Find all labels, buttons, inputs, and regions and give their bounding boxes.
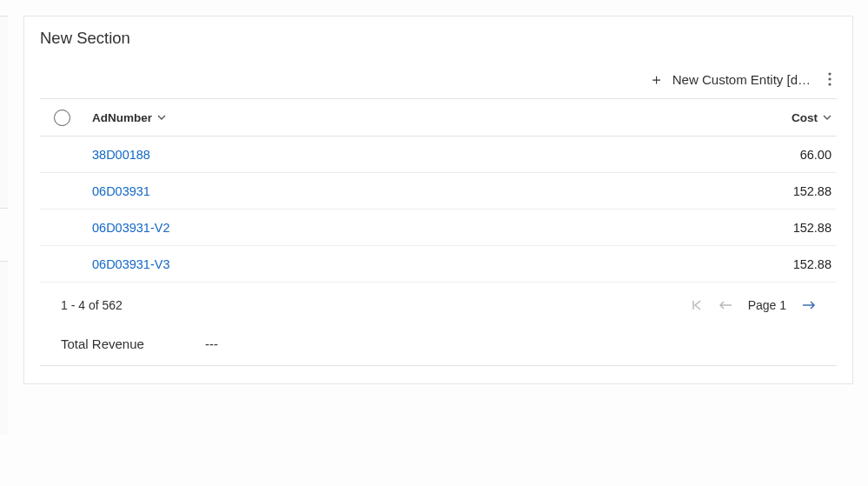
cost-cell: 152.88 (741, 184, 837, 198)
pager-controls: Page 1 (691, 298, 816, 312)
grid-header-row: AdNumber Cost (40, 98, 837, 136)
adnumber-link[interactable]: 38D00188 (92, 148, 150, 162)
adnumber-link[interactable]: 06D03931 (92, 184, 150, 198)
left-edge-panel-2 (0, 261, 8, 435)
arrow-left-icon (719, 299, 732, 311)
adnumber-cell: 06D03931-V3 (92, 257, 741, 271)
new-custom-entity-label: New Custom Entity [d… (673, 72, 811, 87)
chevron-down-icon (157, 113, 166, 122)
total-revenue-value: --- (205, 336, 218, 351)
next-page-button[interactable] (802, 299, 816, 311)
section-title: New Section (24, 17, 852, 69)
adnumber-cell: 06D03931-V2 (92, 221, 741, 235)
more-commands-button[interactable] (823, 69, 837, 90)
section-card: New Section ＋ New Custom Entity [d… AdNu… (23, 16, 853, 384)
adnumber-cell: 38D00188 (92, 148, 741, 162)
adnumber-cell: 06D03931 (92, 184, 741, 198)
plus-icon: ＋ (649, 72, 664, 87)
table-row[interactable]: 06D03931-V3152.88 (40, 246, 837, 283)
table-row[interactable]: 38D0018866.00 (40, 136, 837, 173)
table-row[interactable]: 06D03931152.88 (40, 173, 837, 210)
column-header-adnumber[interactable]: AdNumber (92, 111, 741, 124)
pager-range: 1 - 4 of 562 (61, 298, 123, 312)
left-edge-panel-1 (0, 16, 8, 209)
total-revenue-row: Total Revenue --- (40, 324, 837, 366)
cost-cell: 152.88 (741, 257, 837, 271)
svg-point-1 (828, 77, 831, 80)
adnumber-link[interactable]: 06D03931-V2 (92, 221, 170, 235)
chevron-down-icon (823, 113, 832, 122)
data-grid: AdNumber Cost 38D0018866.0006D03931152.8… (40, 98, 837, 283)
svg-point-2 (828, 83, 831, 85)
new-custom-entity-button[interactable]: ＋ New Custom Entity [d… (649, 72, 811, 87)
grid-body: 38D0018866.0006D03931152.8806D03931-V215… (40, 136, 837, 283)
adnumber-link[interactable]: 06D03931-V3 (92, 257, 170, 271)
prev-page-button[interactable] (719, 299, 732, 311)
select-all-circle-icon (54, 110, 70, 126)
column-header-adnumber-label: AdNumber (92, 111, 152, 124)
cost-cell: 152.88 (741, 221, 837, 235)
arrow-right-icon (802, 299, 816, 311)
select-all-cell[interactable] (40, 110, 92, 126)
cost-cell: 66.00 (741, 148, 837, 162)
first-page-icon (691, 299, 703, 311)
section-toolbar: ＋ New Custom Entity [d… (24, 69, 852, 98)
first-page-button[interactable] (691, 299, 703, 311)
total-revenue-label: Total Revenue (61, 336, 144, 351)
page-label: Page 1 (748, 298, 786, 312)
vertical-dots-icon (828, 72, 832, 86)
pager: 1 - 4 of 562 Page 1 (40, 283, 837, 324)
column-header-cost-label: Cost (792, 111, 818, 124)
column-header-cost[interactable]: Cost (741, 111, 837, 124)
table-row[interactable]: 06D03931-V2152.88 (40, 210, 837, 246)
svg-point-0 (828, 72, 831, 75)
